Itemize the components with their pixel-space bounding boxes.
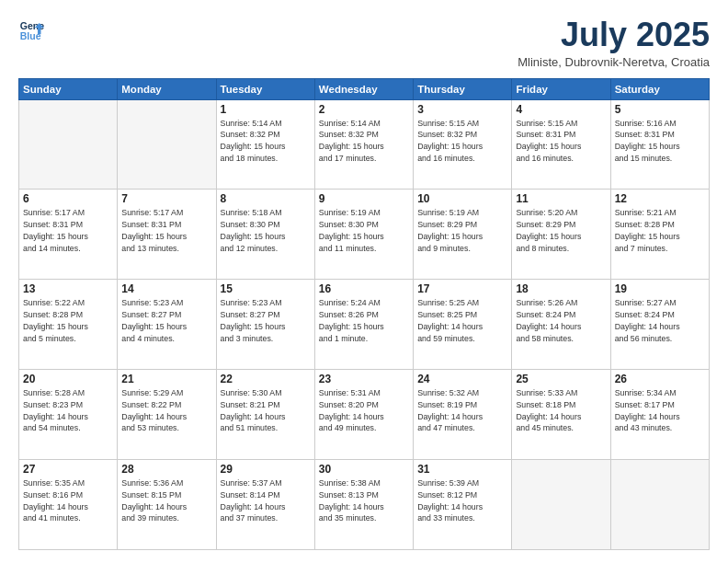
table-row: 13Sunrise: 5:22 AM Sunset: 8:28 PM Dayli…	[19, 280, 118, 370]
day-detail: Sunrise: 5:32 AM Sunset: 8:19 PM Dayligh…	[417, 387, 507, 434]
day-number: 27	[23, 463, 113, 476]
table-row: 3Sunrise: 5:15 AM Sunset: 8:32 PM Daylig…	[414, 99, 512, 190]
day-detail: Sunrise: 5:23 AM Sunset: 8:27 PM Dayligh…	[121, 297, 211, 344]
month-title: July 2025	[518, 17, 710, 53]
day-number: 15	[221, 282, 311, 295]
day-number: 2	[319, 103, 409, 116]
table-row: 7Sunrise: 5:17 AM Sunset: 8:31 PM Daylig…	[118, 190, 216, 280]
day-number: 22	[221, 373, 311, 385]
day-number: 29	[221, 463, 311, 476]
col-wednesday: Wednesday	[314, 78, 413, 99]
table-row	[118, 99, 216, 190]
table-row: 30Sunrise: 5:38 AM Sunset: 8:13 PM Dayli…	[314, 460, 413, 550]
table-row	[610, 460, 709, 550]
day-detail: Sunrise: 5:16 AM Sunset: 8:31 PM Dayligh…	[615, 118, 705, 165]
calendar-week-row: 1Sunrise: 5:14 AM Sunset: 8:32 PM Daylig…	[19, 99, 710, 190]
table-row: 16Sunrise: 5:24 AM Sunset: 8:26 PM Dayli…	[314, 280, 413, 370]
day-detail: Sunrise: 5:35 AM Sunset: 8:16 PM Dayligh…	[23, 477, 113, 524]
table-row: 23Sunrise: 5:31 AM Sunset: 8:20 PM Dayli…	[314, 370, 413, 460]
logo-icon: General Blue	[18, 17, 44, 42]
day-number: 20	[23, 373, 113, 385]
day-detail: Sunrise: 5:17 AM Sunset: 8:31 PM Dayligh…	[23, 207, 113, 254]
day-detail: Sunrise: 5:37 AM Sunset: 8:14 PM Dayligh…	[221, 477, 311, 524]
day-number: 13	[23, 282, 113, 295]
col-thursday: Thursday	[414, 78, 512, 99]
day-number: 31	[417, 463, 507, 476]
table-row: 21Sunrise: 5:29 AM Sunset: 8:22 PM Dayli…	[118, 370, 216, 460]
day-detail: Sunrise: 5:39 AM Sunset: 8:12 PM Dayligh…	[417, 477, 507, 524]
table-row: 20Sunrise: 5:28 AM Sunset: 8:23 PM Dayli…	[19, 370, 118, 460]
day-detail: Sunrise: 5:19 AM Sunset: 8:29 PM Dayligh…	[417, 207, 507, 254]
header: General Blue July 2025 Mliniste, Dubrovn…	[18, 17, 710, 69]
day-number: 24	[417, 373, 507, 385]
table-row: 17Sunrise: 5:25 AM Sunset: 8:25 PM Dayli…	[414, 280, 512, 370]
table-row: 11Sunrise: 5:20 AM Sunset: 8:29 PM Dayli…	[512, 190, 610, 280]
location: Mliniste, Dubrovnik-Neretva, Croatia	[518, 55, 710, 69]
col-monday: Monday	[118, 78, 216, 99]
day-number: 14	[121, 282, 211, 295]
day-detail: Sunrise: 5:15 AM Sunset: 8:32 PM Dayligh…	[417, 118, 507, 165]
day-number: 12	[615, 192, 705, 205]
day-number: 3	[417, 103, 507, 116]
day-detail: Sunrise: 5:28 AM Sunset: 8:23 PM Dayligh…	[23, 387, 113, 434]
day-detail: Sunrise: 5:30 AM Sunset: 8:21 PM Dayligh…	[221, 387, 311, 434]
day-detail: Sunrise: 5:19 AM Sunset: 8:30 PM Dayligh…	[319, 207, 409, 254]
table-row: 28Sunrise: 5:36 AM Sunset: 8:15 PM Dayli…	[118, 460, 216, 550]
table-row: 31Sunrise: 5:39 AM Sunset: 8:12 PM Dayli…	[414, 460, 512, 550]
day-number: 30	[319, 463, 409, 476]
calendar-week-row: 20Sunrise: 5:28 AM Sunset: 8:23 PM Dayli…	[19, 370, 710, 460]
day-detail: Sunrise: 5:27 AM Sunset: 8:24 PM Dayligh…	[615, 297, 705, 344]
day-detail: Sunrise: 5:14 AM Sunset: 8:32 PM Dayligh…	[221, 118, 311, 165]
day-number: 9	[319, 192, 409, 205]
day-number: 23	[319, 373, 409, 385]
day-detail: Sunrise: 5:22 AM Sunset: 8:28 PM Dayligh…	[23, 297, 113, 344]
table-row	[512, 460, 610, 550]
calendar-week-row: 6Sunrise: 5:17 AM Sunset: 8:31 PM Daylig…	[19, 190, 710, 280]
col-saturday: Saturday	[610, 78, 709, 99]
calendar-header-row: Sunday Monday Tuesday Wednesday Thursday…	[19, 78, 710, 99]
day-number: 16	[319, 282, 409, 295]
table-row: 29Sunrise: 5:37 AM Sunset: 8:14 PM Dayli…	[216, 460, 314, 550]
table-row: 22Sunrise: 5:30 AM Sunset: 8:21 PM Dayli…	[216, 370, 314, 460]
day-number: 1	[221, 103, 311, 116]
table-row: 5Sunrise: 5:16 AM Sunset: 8:31 PM Daylig…	[610, 99, 709, 190]
table-row: 27Sunrise: 5:35 AM Sunset: 8:16 PM Dayli…	[19, 460, 118, 550]
table-row: 14Sunrise: 5:23 AM Sunset: 8:27 PM Dayli…	[118, 280, 216, 370]
calendar-page: General Blue July 2025 Mliniste, Dubrovn…	[0, 0, 728, 563]
table-row: 9Sunrise: 5:19 AM Sunset: 8:30 PM Daylig…	[314, 190, 413, 280]
calendar-table: Sunday Monday Tuesday Wednesday Thursday…	[18, 78, 710, 550]
day-number: 25	[516, 373, 606, 385]
day-detail: Sunrise: 5:26 AM Sunset: 8:24 PM Dayligh…	[516, 297, 606, 344]
table-row: 18Sunrise: 5:26 AM Sunset: 8:24 PM Dayli…	[512, 280, 610, 370]
table-row: 19Sunrise: 5:27 AM Sunset: 8:24 PM Dayli…	[610, 280, 709, 370]
day-number: 21	[121, 373, 211, 385]
col-tuesday: Tuesday	[216, 78, 314, 99]
table-row: 10Sunrise: 5:19 AM Sunset: 8:29 PM Dayli…	[414, 190, 512, 280]
day-number: 19	[615, 282, 705, 295]
table-row: 12Sunrise: 5:21 AM Sunset: 8:28 PM Dayli…	[610, 190, 709, 280]
day-detail: Sunrise: 5:17 AM Sunset: 8:31 PM Dayligh…	[121, 207, 211, 254]
day-number: 28	[121, 463, 211, 476]
day-detail: Sunrise: 5:20 AM Sunset: 8:29 PM Dayligh…	[516, 207, 606, 254]
table-row: 1Sunrise: 5:14 AM Sunset: 8:32 PM Daylig…	[216, 99, 314, 190]
day-detail: Sunrise: 5:31 AM Sunset: 8:20 PM Dayligh…	[319, 387, 409, 434]
calendar-week-row: 13Sunrise: 5:22 AM Sunset: 8:28 PM Dayli…	[19, 280, 710, 370]
day-detail: Sunrise: 5:29 AM Sunset: 8:22 PM Dayligh…	[121, 387, 211, 434]
day-number: 5	[615, 103, 705, 116]
table-row: 24Sunrise: 5:32 AM Sunset: 8:19 PM Dayli…	[414, 370, 512, 460]
day-detail: Sunrise: 5:34 AM Sunset: 8:17 PM Dayligh…	[615, 387, 705, 434]
table-row: 15Sunrise: 5:23 AM Sunset: 8:27 PM Dayli…	[216, 280, 314, 370]
day-detail: Sunrise: 5:23 AM Sunset: 8:27 PM Dayligh…	[221, 297, 311, 344]
day-detail: Sunrise: 5:33 AM Sunset: 8:18 PM Dayligh…	[516, 387, 606, 434]
day-number: 26	[615, 373, 705, 385]
day-detail: Sunrise: 5:25 AM Sunset: 8:25 PM Dayligh…	[417, 297, 507, 344]
table-row: 26Sunrise: 5:34 AM Sunset: 8:17 PM Dayli…	[610, 370, 709, 460]
table-row: 2Sunrise: 5:14 AM Sunset: 8:32 PM Daylig…	[314, 99, 413, 190]
day-number: 17	[417, 282, 507, 295]
table-row: 4Sunrise: 5:15 AM Sunset: 8:31 PM Daylig…	[512, 99, 610, 190]
table-row: 6Sunrise: 5:17 AM Sunset: 8:31 PM Daylig…	[19, 190, 118, 280]
day-number: 8	[221, 192, 311, 205]
day-number: 4	[516, 103, 606, 116]
day-number: 6	[23, 192, 113, 205]
table-row	[19, 99, 118, 190]
